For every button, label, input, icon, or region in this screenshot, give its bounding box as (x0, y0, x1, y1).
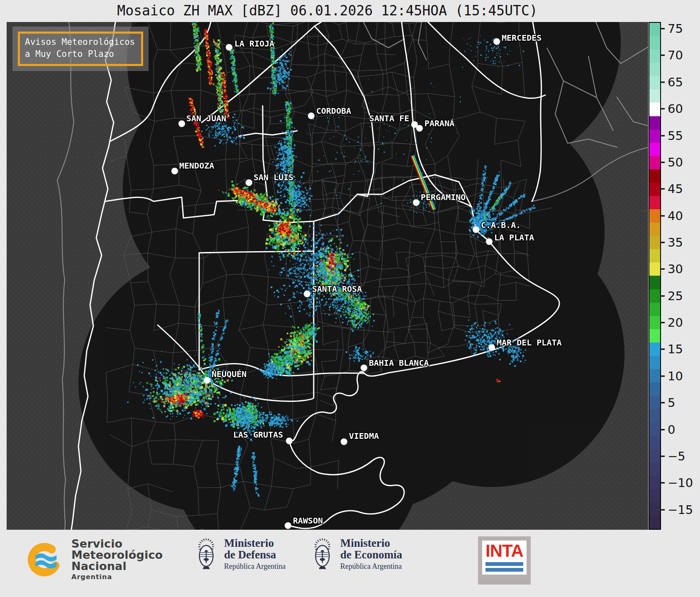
colorbar-tick-label: 30 (668, 262, 683, 276)
colorbar-tick-mark (661, 456, 665, 457)
city-marker-san-luis (246, 179, 252, 186)
city-label: SAN JUAN (186, 113, 226, 123)
colorbar-segment (649, 103, 660, 116)
colorbar-segment (649, 36, 660, 49)
economia-line1: Ministerio (340, 537, 402, 549)
colorbar-tick-label: 60 (668, 102, 683, 116)
city-label: C.A.B.A. (481, 220, 521, 230)
colorbar-segment (649, 436, 660, 449)
economia-sub: República Argentina (340, 562, 402, 571)
colorbar-segment (649, 143, 660, 156)
city-marker-paran- (416, 125, 423, 132)
city-marker-cordoba (308, 113, 315, 119)
colorbar-tick-mark (661, 482, 665, 484)
colorbar-segment (649, 343, 660, 356)
city-label: SANTA FE (369, 113, 409, 123)
economia-line2: de Economía (340, 549, 402, 560)
colorbar-segment (649, 116, 660, 130)
colorbar-segment (649, 156, 660, 169)
colorbar-tick-label: 65 (668, 75, 683, 89)
colorbar-segment (649, 356, 660, 369)
argentina-coat-of-arms-icon (194, 536, 218, 571)
city-marker-mendoza (171, 168, 178, 174)
colorbar-tick-mark (661, 242, 665, 243)
city-labels-layer: LA RIOJAMERCEDESSAN JUANCORDOBASANTA FEP… (7, 22, 648, 530)
argentina-coat-of-arms-icon (310, 536, 334, 571)
colorbar-segment (649, 183, 660, 196)
city-label: BAHIA BLANCA (369, 358, 429, 368)
colorbar-tick-label: 15 (668, 342, 683, 356)
smn-logo-icon (25, 540, 64, 580)
city-label: CORDOBA (316, 106, 351, 116)
smn-name-line1: Servicio (71, 538, 163, 549)
city-marker-viedma (341, 438, 347, 445)
colorbar-tick-label: 75 (668, 22, 683, 36)
colorbar-segment (649, 422, 660, 436)
footer-logos-bar: Servicio Meteorológico Nacional Argentin… (0, 531, 700, 597)
colorbar-tick-label: −15 (668, 503, 693, 517)
city-label: MERCEDES (502, 33, 541, 43)
colorbar-tick-mark (661, 349, 665, 350)
city-marker-santa-rosa (304, 291, 310, 297)
colorbar-tick-mark (661, 269, 665, 270)
colorbar-tick-label: −10 (668, 476, 693, 490)
colorbar-tick-label: 45 (668, 182, 683, 196)
colorbar-tick-label: 20 (668, 316, 683, 330)
colorbar-tick-label: −5 (668, 449, 685, 463)
radar-mosaic-page: Mosaico ZH MAX [dBZ] 06.01.2026 12:45HOA… (0, 0, 700, 597)
colorbar-segment (649, 63, 660, 76)
colorbar-segment (649, 249, 660, 262)
colorbar-segment (649, 223, 660, 236)
colorbar-segment (649, 516, 660, 529)
colorbar-tick-mark (661, 108, 665, 110)
colorbar-tick-label: 25 (668, 289, 683, 303)
colorbar-segment (649, 409, 660, 422)
colorbar-segment (649, 329, 660, 343)
colorbar-segment (649, 449, 660, 462)
page-title: Mosaico ZH MAX [dBZ] 06.01.2026 12:45HOA… (7, 2, 648, 19)
city-label: RAWSON (293, 516, 323, 526)
inta-bar-1 (485, 562, 523, 566)
colorbar-tick-mark (661, 28, 665, 29)
colorbar-tick-label: 0 (668, 423, 675, 437)
city-label: LA RIOJA (234, 39, 274, 49)
colorbar-tick-mark (661, 188, 665, 190)
colorbar-segment (649, 289, 660, 303)
ministerio-economia-block: Ministerio de Economía República Argenti… (310, 536, 402, 571)
city-marker-la-rioja (226, 44, 232, 51)
colorbar-segment (649, 76, 660, 89)
city-label: MAR DEL PLATA (497, 338, 562, 347)
colorbar-tick-label: 70 (668, 48, 683, 62)
colorbar-segment (649, 303, 660, 316)
colorbar-tick-mark (661, 161, 665, 163)
colorbar-tick-label: 10 (668, 369, 683, 383)
dbz-colorbar (649, 22, 661, 530)
colorbar-segment (649, 169, 660, 183)
colorbar-segment (649, 382, 660, 396)
colorbar-tick-label: 35 (668, 235, 683, 250)
colorbar-tick-label: 55 (668, 129, 683, 143)
smn-name-line3: Nacional (71, 560, 163, 572)
smn-name-line2: Meteorológico (71, 549, 163, 560)
colorbar-segment (649, 462, 660, 476)
colorbar-tick-label: 40 (668, 209, 683, 223)
colorbar-segment (649, 276, 660, 289)
city-marker-neuqu-n (204, 377, 210, 384)
city-marker-las-grutas (286, 438, 293, 444)
colorbar-tick-mark (661, 322, 665, 323)
inta-logo-block: INTA (478, 536, 531, 585)
colorbar-tick-mark (661, 81, 665, 83)
warnings-overlay-box: Avisos Meteorológicos a Muy Corto Plazo (18, 32, 143, 66)
colorbar-tick-mark (661, 135, 665, 136)
city-label: VIEDMA (349, 431, 379, 441)
colorbar-tick-label: 50 (668, 155, 683, 169)
colorbar-segment (649, 236, 660, 249)
dbz-colorbar-ticks: 757065605550454035302520151050−5−10−15 (661, 22, 698, 530)
city-label: NEUQUÉN (212, 369, 246, 379)
colorbar-tick-mark (661, 215, 665, 216)
colorbar-tick-mark (661, 55, 665, 56)
inta-logo-inner: INTA (482, 541, 527, 575)
colorbar-segment (649, 89, 660, 103)
city-marker-la-plata (486, 238, 493, 245)
city-marker-mar-del-plata (488, 344, 495, 351)
